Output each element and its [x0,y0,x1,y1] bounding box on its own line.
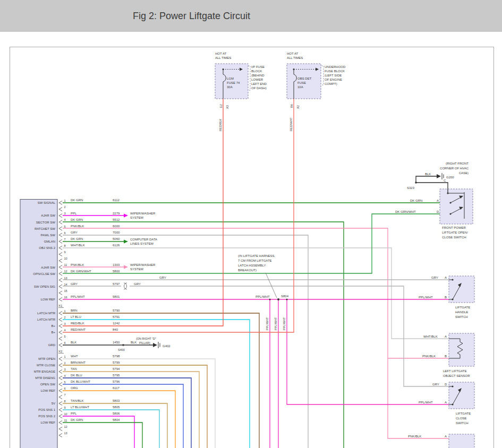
hot-at-label-1: HOT AT [215,52,226,55]
fuse2-loc-3: (LEFT SIDE [325,74,342,77]
fuse1-name-1: LGM [227,77,234,80]
pin-function-label: GMLAN [44,240,55,243]
wire-color-label: DK GRN [71,237,83,240]
fuse1-name-2: FUSE 74 [227,81,240,84]
circuit-number: 5804 [113,418,120,421]
s804-drop-label-2: PPL/WHT [274,317,277,330]
wire-color-label: PNK/BLK [71,263,84,266]
bottom-sensor-pin-a: A [445,435,447,438]
wire-color-label: WHT/BLK [71,244,85,247]
fuse1-loc-6: OF DASH) [251,87,267,90]
front-switch-pin-c: C [444,179,446,182]
circuit-number: 5803 [113,399,120,402]
wire-color-label: GRY [71,231,78,234]
pin-number: 12 [64,270,67,273]
circuit-number: 5799 [113,361,120,364]
pin-function-label: RATCHET SW [35,227,55,230]
pin-number: 9 [64,251,66,254]
pin-function-label: MTR CLOSE [37,364,55,367]
fuse2-loc-5: COMPT) [325,82,337,85]
pin-number: 2 [64,361,66,365]
close-switch-wire-d: GRY [432,383,439,386]
wire-color-label: LT BLU [71,315,81,318]
fuse2-name-2: FUSE [297,81,306,84]
fuse1-loc-2: BLOCK [251,70,262,73]
pin-number: 4 [64,218,66,221]
pin-number: 4 [64,329,66,332]
wiring-diagram: HOT AT ALL TIMES LGM FUSE 74 30A I/P FUS… [0,0,502,448]
s804-note-1: (IN LIFTGATE HARNESS, [238,254,276,257]
pin-number: 16 [64,296,67,299]
wire-color-label: ORG [71,386,78,390]
circuit-number: 6112 [113,199,120,202]
wire-color-label: PNK/BLK [71,225,84,228]
s804-drop-label-3: PPL/WHT [283,317,286,330]
pin-function-label: OPN/CLSE SW [33,272,55,275]
wire-color-label: GRY [159,276,166,279]
circuit-number: 5794 [113,367,120,371]
pin-number: 12 [64,425,67,428]
pin-number: 5 [64,335,66,338]
wire-color-label: RED/WHT [71,328,86,331]
circuit-number: 1242 [113,322,120,325]
object-sensor-caption-1: LEFT LIFTGATE [443,369,466,373]
wire-color-label: DK GRN/WHT [71,270,91,273]
s804-drop-label-1: PPL/WHT [266,317,269,330]
diagram-border [10,47,494,448]
circuit-number: 5796 [113,380,120,383]
fuse2-loc-1: UNDERHOOD [325,65,346,68]
pin-function-label: POS SNS 2 [38,415,55,418]
hot-at-label-2: HOT AT [287,52,298,55]
s804-note-2: 7 CM FROM LIFTGATE [238,259,272,262]
front-switch-wire-a: DK GRN [410,199,422,202]
front-switch-wire-c: BLK [425,173,431,176]
pin-number: 8 [64,400,66,403]
object-sensor-caption-2: OBJECT SENSOR [443,374,470,377]
circuit-number: 5795 [113,374,120,377]
fuse1-loc-3: (BEHIND [251,74,265,77]
left-liftgate-object-sensor-box [449,333,474,366]
fuse2-loc-2: FUSE BLOCK [325,70,345,73]
pin-function-label: LATCH MTR [37,318,56,321]
circuit-number: 5791 [113,315,120,318]
fuse2-name-3: 10A [297,85,303,89]
circuit-number: 5801 [113,295,120,298]
close-switch-caption-2: CLOSE [456,417,466,420]
pin-number: 5 [64,381,66,384]
circuit-number: 5806 [113,412,120,415]
pin-function-label: B+ [51,324,55,328]
s400-wire-label: BLK [131,341,137,344]
datalines-line2: LINES SYSTEM [130,242,154,245]
circuit-number: 840 [113,328,118,331]
s804-note-3: LATCH ASSEMBLY [238,264,266,267]
g402-label: G402 [163,344,171,348]
front-power-liftgate-switch-box [440,189,473,224]
s400-label: S400 [118,348,125,351]
fuse1-loc-1: I/P FUSE [251,65,265,68]
wire-color-label: RED/BLK [71,322,84,325]
pin-function-label: LATCH MTR [37,312,56,315]
pin-number: 3 [64,322,66,325]
pin-number: 15 [64,289,67,292]
close-switch-pin-d: D [445,383,447,386]
datalines-line1: COMPUTER DATA [130,238,157,241]
s804-wire-label: PPL/WHT [256,295,270,298]
bottom-sensor-box [449,434,474,448]
pin-function-label: LOW REF [41,298,56,301]
wire-color-label: BLK [71,341,76,344]
handle-switch-wire-a: GRY [431,276,438,279]
page: Fig 2: Power Liftgate Circuit [0,0,502,448]
pin-function-label: AJAR SW [41,214,55,217]
handle-switch-caption-2: HANDLE [455,311,468,314]
circuit-number: 6117 [113,386,120,390]
pin-number: 1 [64,309,66,313]
s323-label: S323 [407,186,415,189]
wire-color-label: DK GRN [71,218,83,221]
pin-function-label: POS SNS 1 [38,408,55,411]
pin-number: 5 [64,225,66,228]
front-switch-pin-d: D [437,210,439,213]
circuit-number: 1303 [113,263,120,266]
wire-color-label: DK GRN [71,418,83,421]
fuse2-connector: X2 [296,105,300,109]
pin-function-label: SW OPEN SIG [34,285,56,288]
